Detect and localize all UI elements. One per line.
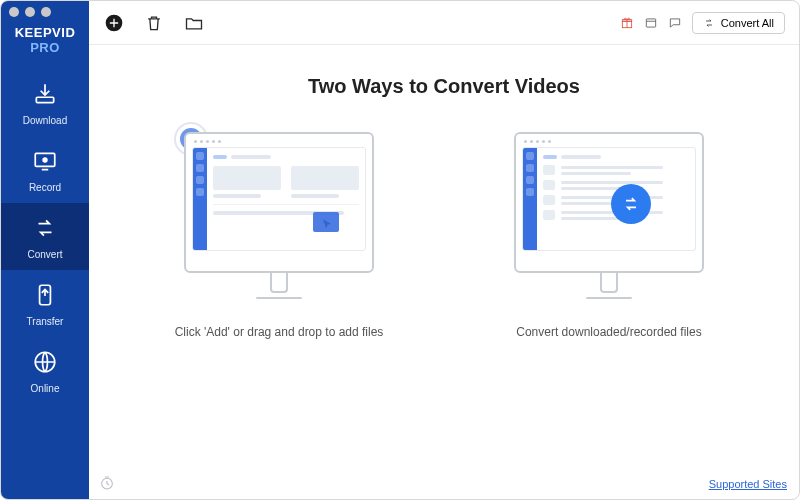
dragged-file-icon: [313, 212, 339, 232]
scheduler-icon[interactable]: [99, 475, 115, 493]
method-caption: Convert downloaded/recorded files: [516, 325, 701, 339]
convert-all-label: Convert All: [721, 17, 774, 29]
svg-rect-10: [646, 18, 655, 26]
sidebar-item-transfer[interactable]: Transfer: [1, 270, 89, 337]
footer: Supported Sites: [99, 475, 787, 493]
supported-sites-link[interactable]: Supported Sites: [709, 478, 787, 490]
method-add-files[interactable]: Click 'Add' or drag and drop to add file…: [159, 132, 399, 339]
logo-main: KEEPVID: [15, 25, 76, 40]
sidebar-item-record[interactable]: Record: [1, 136, 89, 203]
sidebar-item-label: Transfer: [27, 316, 64, 327]
add-button[interactable]: [103, 12, 125, 34]
logo-suffix: PRO: [30, 40, 60, 55]
toolbar: Convert All: [89, 1, 799, 45]
convert-icon: [703, 17, 715, 29]
close-window-icon[interactable]: [9, 7, 19, 17]
app-logo: KEEPVID PRO: [1, 25, 89, 55]
open-folder-button[interactable]: [183, 12, 205, 34]
method-convert-existing[interactable]: Convert downloaded/recorded files: [489, 132, 729, 339]
convert-overlay-icon: [611, 184, 651, 224]
method-caption: Click 'Add' or drag and drop to add file…: [175, 325, 384, 339]
globe-icon: [32, 349, 58, 377]
app-window: KEEPVID PRO Download Record Convert: [0, 0, 800, 500]
page-title: Two Ways to Convert Videos: [308, 75, 580, 98]
transfer-icon: [32, 282, 58, 310]
main-panel: Convert All Two Ways to Convert Videos: [89, 1, 799, 499]
sidebar-item-label: Online: [31, 383, 60, 394]
methods-row: Click 'Add' or drag and drop to add file…: [159, 132, 729, 339]
mini-window-icon[interactable]: [644, 16, 658, 30]
sidebar-item-download[interactable]: Download: [1, 69, 89, 136]
convert-icon: [32, 215, 58, 243]
sidebar-item-online[interactable]: Online: [1, 337, 89, 404]
gift-icon[interactable]: [620, 16, 634, 30]
content-area: Two Ways to Convert Videos: [89, 45, 799, 499]
svg-point-2: [42, 157, 47, 162]
feedback-icon[interactable]: [668, 16, 682, 30]
sidebar-item-label: Download: [23, 115, 67, 126]
svg-rect-0: [36, 97, 53, 102]
monitor-illustration: [514, 132, 704, 299]
minimize-window-icon[interactable]: [25, 7, 35, 17]
maximize-window-icon[interactable]: [41, 7, 51, 17]
window-controls: [9, 7, 51, 17]
download-icon: [32, 81, 58, 109]
sidebar: KEEPVID PRO Download Record Convert: [1, 1, 89, 499]
delete-button[interactable]: [143, 12, 165, 34]
convert-all-button[interactable]: Convert All: [692, 12, 785, 34]
sidebar-item-label: Convert: [27, 249, 62, 260]
record-icon: [32, 148, 58, 176]
sidebar-item-convert[interactable]: Convert: [1, 203, 89, 270]
monitor-illustration: [184, 132, 374, 299]
sidebar-item-label: Record: [29, 182, 61, 193]
